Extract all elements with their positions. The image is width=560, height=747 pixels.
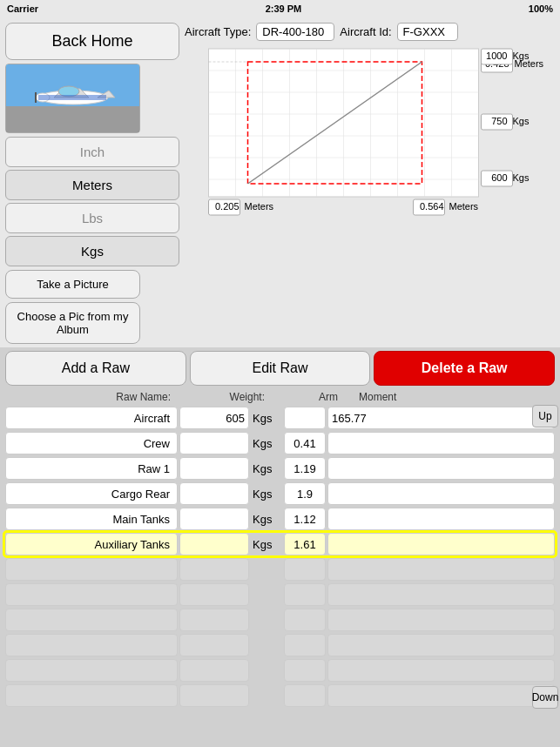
svg-text:Meters: Meters xyxy=(449,201,479,212)
aircraft-id-input[interactable] xyxy=(397,23,458,41)
take-picture-button[interactable]: Take a Picture xyxy=(5,270,140,299)
row-unit-0: Kgs xyxy=(251,412,282,425)
add-raw-button[interactable]: Add a Raw xyxy=(5,351,186,386)
row-name-6 xyxy=(5,558,178,581)
row-weight-10 xyxy=(179,659,249,682)
row-moment-11 xyxy=(327,684,555,707)
svg-text:600: 600 xyxy=(491,172,507,183)
unit-buttons: Inch Meters Lbs Kgs xyxy=(5,137,179,266)
table-row xyxy=(5,659,555,682)
svg-text:Kgs: Kgs xyxy=(513,50,530,61)
delete-raw-button[interactable]: Delete a Raw xyxy=(374,351,555,386)
table-row xyxy=(5,558,555,581)
up-button[interactable]: Up xyxy=(532,405,558,427)
time-label: 2:39 PM xyxy=(266,3,302,14)
cg-chart: 0.428 Meters 1000 Kgs 750 Kgs 600 Kgs 0.… xyxy=(185,44,555,219)
table-row: Aircraft 605 Kgs 165.77 xyxy=(5,407,555,429)
table-row: Cargo Rear Kgs 1.9 xyxy=(5,482,555,505)
row-weight-7 xyxy=(179,583,249,606)
kgs-button[interactable]: Kgs xyxy=(5,236,179,266)
row-arm-1: 0.41 xyxy=(284,432,326,454)
row-weight-5 xyxy=(179,533,249,555)
row-name-10 xyxy=(5,659,178,682)
carrier-label: Carrier xyxy=(7,3,38,14)
header-arm: Arm xyxy=(298,391,359,403)
row-arm-6 xyxy=(284,558,326,581)
battery-label: 100% xyxy=(529,3,553,14)
row-moment-1 xyxy=(327,432,555,454)
row-unit-3: Kgs xyxy=(251,488,282,501)
row-weight-8 xyxy=(179,609,249,631)
row-arm-3: 1.9 xyxy=(284,482,326,505)
aircraft-type-input[interactable] xyxy=(256,23,334,41)
row-moment-5 xyxy=(327,533,555,555)
aircraft-info: Aircraft Type: Aircraft Id: xyxy=(185,23,555,41)
lbs-button[interactable]: Lbs xyxy=(5,203,179,233)
svg-text:0.564: 0.564 xyxy=(420,201,444,212)
table-row: Raw 1 Kgs 1.19 xyxy=(5,457,555,480)
row-name-3: Cargo Rear xyxy=(5,482,178,505)
table-row: Crew Kgs 0.41 xyxy=(5,432,555,454)
header-unit xyxy=(267,391,298,403)
row-name-5: Auxiliary Tanks xyxy=(5,533,178,555)
row-name-7 xyxy=(5,583,178,606)
svg-rect-8 xyxy=(38,95,106,100)
row-arm-8 xyxy=(284,609,326,631)
table-row xyxy=(5,609,555,631)
table-row xyxy=(5,583,555,606)
row-weight-0: 605 xyxy=(179,407,249,429)
row-arm-4: 1.12 xyxy=(284,508,326,530)
row-weight-3 xyxy=(179,482,249,505)
right-panel: Aircraft Type: Aircraft Id: xyxy=(185,23,555,219)
svg-text:Kgs: Kgs xyxy=(513,172,530,183)
inch-button[interactable]: Inch xyxy=(5,137,179,167)
row-moment-8 xyxy=(327,609,555,631)
aircraft-id-label: Aircraft Id: xyxy=(340,25,391,38)
row-moment-7 xyxy=(327,583,555,606)
row-name-1: Crew xyxy=(5,432,178,454)
row-moment-0: 165.77 xyxy=(327,407,555,429)
table-row: Main Tanks Kgs 1.12 xyxy=(5,508,555,530)
edit-raw-button[interactable]: Edit Raw xyxy=(190,351,371,386)
row-moment-3 xyxy=(327,482,555,505)
row-unit-4: Kgs xyxy=(251,513,282,526)
back-home-button[interactable]: Back Home xyxy=(5,23,179,60)
row-moment-2 xyxy=(327,457,555,480)
svg-text:750: 750 xyxy=(491,116,507,126)
left-panel: Back Home xyxy=(5,23,179,344)
row-weight-6 xyxy=(179,558,249,581)
aircraft-image xyxy=(5,64,140,133)
meters-button[interactable]: Meters xyxy=(5,170,179,200)
table-row xyxy=(5,684,555,707)
row-moment-6 xyxy=(327,558,555,581)
down-button[interactable]: Down xyxy=(532,686,558,709)
row-name-11 xyxy=(5,684,178,707)
row-moment-10 xyxy=(327,659,555,682)
row-weight-1 xyxy=(179,432,249,454)
row-weight-4 xyxy=(179,508,249,530)
row-arm-5: 1.61 xyxy=(284,533,326,555)
aircraft-type-label: Aircraft Type: xyxy=(185,25,251,38)
row-moment-9 xyxy=(327,634,555,656)
row-name-2: Raw 1 xyxy=(5,457,178,480)
row-arm-11 xyxy=(284,684,326,707)
chart-container: 0.428 Meters 1000 Kgs 750 Kgs 600 Kgs 0.… xyxy=(185,44,555,219)
status-bar: Carrier 2:39 PM 100% xyxy=(0,0,560,17)
table-row xyxy=(5,634,555,656)
toolbar: Add a Raw Edit Raw Delete a Raw xyxy=(0,347,560,389)
row-unit-1: Kgs xyxy=(251,437,282,450)
top-section: Back Home xyxy=(0,17,560,347)
row-name-4: Main Tanks xyxy=(5,508,178,530)
choose-pic-button[interactable]: Choose a Pic from my Album xyxy=(5,302,140,344)
svg-text:Meters: Meters xyxy=(245,201,274,212)
row-weight-9 xyxy=(179,634,249,656)
row-moment-4 xyxy=(327,508,555,530)
row-unit-5: Kgs xyxy=(251,538,282,551)
header-name: Raw Name: xyxy=(5,391,179,403)
row-arm-10 xyxy=(284,659,326,682)
row-arm-2: 1.19 xyxy=(284,457,326,480)
row-arm-9 xyxy=(284,634,326,656)
header-weight: Weight: xyxy=(179,391,267,403)
table-header: Raw Name: Weight: Arm Moment xyxy=(0,389,560,405)
row-arm-7 xyxy=(284,583,326,606)
